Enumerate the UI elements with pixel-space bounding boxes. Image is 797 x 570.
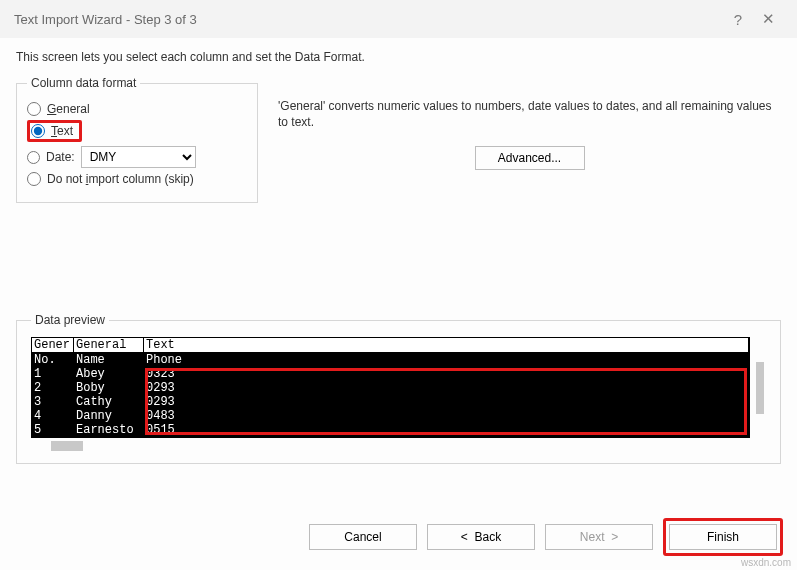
header-col-2[interactable]: General [74,338,144,352]
column-data-format-group: Column data format General Text Date: DM… [16,76,258,203]
close-icon[interactable]: ✕ [753,10,783,28]
preview-header-row: Gener General Text [32,338,749,353]
vertical-scrollbar[interactable] [754,337,766,438]
dialog-buttons: Cancel < Back Next > Finish [309,518,783,556]
table-row: 3Cathy0293 [32,395,749,409]
table-row: No.NamePhone [32,353,749,367]
header-col-3[interactable]: Text [144,338,749,352]
data-preview-group: Data preview Gener General Text No.NameP… [16,313,781,464]
column-data-legend: Column data format [27,76,140,90]
table-row: 1Abey0323 [32,367,749,381]
table-row: 2Boby0293 [32,381,749,395]
help-icon[interactable]: ? [723,11,753,28]
radio-text[interactable]: Text [31,124,73,138]
table-row: 4Danny0483 [32,409,749,423]
text-radio-highlight: Text [27,120,82,142]
titlebar: Text Import Wizard - Step 3 of 3 ? ✕ [0,0,797,38]
radio-skip-input[interactable] [27,172,41,186]
watermark: wsxdn.com [741,557,791,568]
next-button: Next > [545,524,653,550]
finish-button[interactable]: Finish [669,524,777,550]
preview-grid[interactable]: Gener General Text No.NamePhone 1Abey032… [31,337,750,438]
cancel-button[interactable]: Cancel [309,524,417,550]
horizontal-scrollbar[interactable] [31,439,766,453]
preview-legend: Data preview [31,313,109,327]
radio-text-input[interactable] [31,124,45,138]
intro-text: This screen lets you select each column … [16,50,781,64]
finish-highlight: Finish [663,518,783,556]
back-button[interactable]: < Back [427,524,535,550]
radio-general[interactable]: General [27,102,247,116]
advanced-button[interactable]: Advanced... [475,146,585,170]
radio-general-input[interactable] [27,102,41,116]
header-col-1[interactable]: Gener [32,338,74,352]
preview-body: No.NamePhone 1Abey0323 2Boby0293 3Cathy0… [32,353,749,437]
table-row: 5Earnesto0515 [32,423,749,437]
radio-date-input[interactable] [27,151,40,164]
date-format-select[interactable]: DMY [81,146,196,168]
window-title: Text Import Wizard - Step 3 of 3 [14,12,197,27]
radio-skip[interactable]: Do not import column (skip) [27,172,247,186]
general-description: 'General' converts numeric values to num… [278,98,781,130]
